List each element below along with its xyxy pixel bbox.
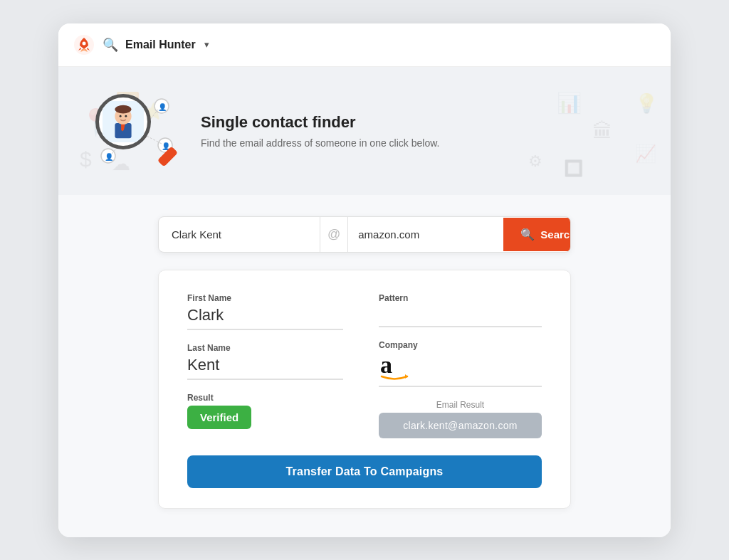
last-name-group: Last Name Kent: [187, 343, 343, 380]
result-right: Pattern Company a: [364, 293, 542, 438]
svg-text:📊: 📊: [557, 91, 582, 115]
result-label: Result: [187, 393, 343, 403]
main-content: @ 🔍 Search First Name Clark: [58, 195, 671, 537]
chevron-down-icon[interactable]: ▾: [204, 39, 209, 50]
hero-banner: 📍 📶 $ ☁ ⭐ 📊 🏛 💡 📈 ⚙ 🔲 👤: [58, 67, 671, 195]
last-name-value: Kent: [187, 356, 343, 380]
svg-text:🏛: 🏛: [592, 120, 612, 142]
company-label: Company: [379, 340, 542, 350]
svg-text:👤: 👤: [158, 102, 167, 112]
search-icon: 🔍: [103, 37, 118, 53]
domain-search-input[interactable]: [348, 218, 503, 250]
hero-illustration: 👤 👤 👤: [87, 88, 179, 174]
transfer-campaigns-button[interactable]: Transfer Data To Campaigns: [187, 455, 542, 488]
svg-point-26: [115, 105, 131, 113]
pattern-group: Pattern: [379, 293, 542, 327]
last-name-label: Last Name: [187, 343, 343, 353]
hero-subtitle: Find the email address of someone in one…: [201, 137, 439, 149]
svg-text:📈: 📈: [635, 143, 656, 164]
result-grid: First Name Clark Last Name Kent Result V…: [187, 293, 542, 438]
email-result-group: Email Result clark.kent@amazon.com: [379, 400, 542, 438]
pattern-value: [379, 306, 542, 327]
email-result-label: Email Result: [379, 400, 542, 410]
svg-text:👤: 👤: [105, 152, 114, 162]
search-bar: @ 🔍 Search: [158, 216, 571, 253]
at-divider: @: [320, 217, 348, 252]
company-group: Company a: [379, 340, 542, 387]
svg-text:⚙: ⚙: [528, 152, 542, 170]
svg-point-27: [120, 115, 122, 117]
toolbar-title: Email Hunter: [125, 38, 196, 51]
first-name-group: First Name Clark: [187, 293, 343, 330]
amazon-logo: a: [379, 353, 410, 381]
name-search-input[interactable]: [159, 218, 320, 250]
hero-text: Single contact finder Find the email add…: [201, 113, 439, 149]
search-button[interactable]: 🔍 Search: [503, 218, 571, 251]
first-name-label: First Name: [187, 293, 343, 303]
svg-point-1: [83, 41, 86, 45]
result-left: First Name Clark Last Name Kent Result V…: [187, 293, 364, 438]
toolbar: 🔍 Email Hunter ▾: [58, 23, 671, 67]
app-window: 🔍 Email Hunter ▾ 📍 📶 $ ☁ ⭐ 📊 🏛 💡 📈 ⚙ 🔲: [58, 23, 671, 537]
company-logo-area: a: [379, 353, 542, 387]
svg-text:🔲: 🔲: [564, 159, 584, 178]
verified-badge: Verified: [187, 406, 251, 429]
first-name-value: Clark: [187, 306, 343, 330]
search-btn-icon: 🔍: [520, 228, 535, 241]
result-group: Result Verified: [187, 393, 343, 429]
hero-title: Single contact finder: [201, 113, 439, 132]
rocket-icon: [73, 33, 95, 56]
pattern-label: Pattern: [379, 293, 542, 303]
svg-text:💡: 💡: [635, 92, 659, 115]
result-card: First Name Clark Last Name Kent Result V…: [158, 270, 571, 509]
email-result-value: clark.kent@amazon.com: [379, 413, 542, 438]
svg-text:a: a: [380, 353, 392, 378]
svg-point-28: [125, 115, 127, 117]
